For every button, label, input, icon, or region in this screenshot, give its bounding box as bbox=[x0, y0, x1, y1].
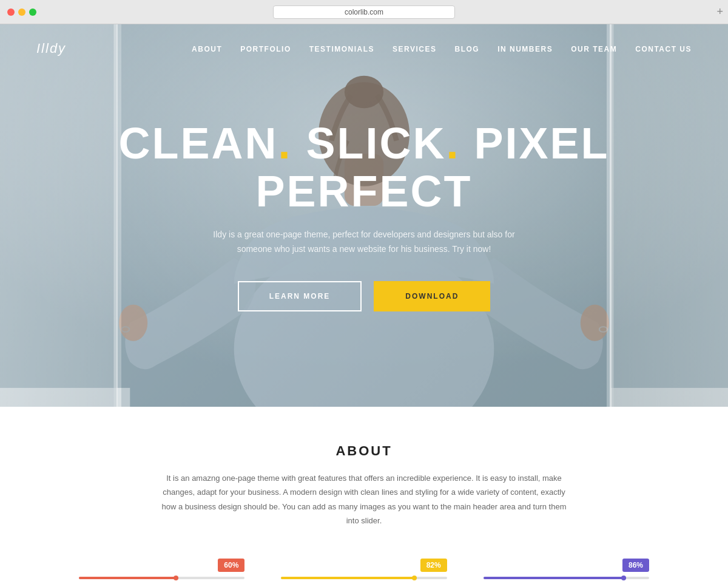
traffic-lights bbox=[7, 8, 36, 16]
skill-typography-header: 60% bbox=[79, 559, 244, 572]
skill-design-fill bbox=[281, 577, 417, 579]
nav-item-services[interactable]: SERVICES bbox=[393, 43, 436, 54]
skill-development-fill bbox=[484, 577, 626, 579]
new-tab-button[interactable]: + bbox=[716, 5, 723, 18]
nav-item-contact-us[interactable]: CONTACT US bbox=[635, 43, 692, 54]
nav-link-about[interactable]: ABOUT bbox=[192, 45, 222, 53]
skill-design-track bbox=[281, 577, 447, 579]
hero-title-part1: CLEAN bbox=[118, 119, 278, 168]
learn-more-button[interactable]: LEARN MORE bbox=[238, 281, 362, 311]
site-logo[interactable]: Illdy bbox=[36, 41, 66, 56]
nav-menu: ABOUT PORTFOLIO TESTIMONIALS SERVICES BL… bbox=[192, 43, 692, 54]
skill-design-header: 82% bbox=[281, 559, 447, 572]
nav-item-in-numbers[interactable]: IN NUMBERS bbox=[497, 43, 553, 54]
hero-subtitle: Ildy is a great one-page theme, perfect … bbox=[212, 228, 516, 257]
skill-typography-track bbox=[79, 577, 244, 579]
minimize-button[interactable] bbox=[18, 8, 25, 16]
hero-title-part2: SLICK bbox=[306, 119, 446, 168]
nav-item-blog[interactable]: BLOG bbox=[455, 43, 480, 54]
navigation: Illdy ABOUT PORTFOLIO TESTIMONIALS SERVI… bbox=[0, 24, 728, 73]
skill-development-header: 86% bbox=[484, 559, 649, 572]
download-button[interactable]: DOWNLOAD bbox=[374, 281, 490, 311]
nav-link-services[interactable]: SERVICES bbox=[393, 45, 436, 53]
skill-development-track bbox=[484, 577, 649, 579]
hero-title: CLEAN. SLICK. PIXEL PERFECT bbox=[91, 120, 637, 216]
nav-item-testimonials[interactable]: TESTIMONIALS bbox=[309, 43, 374, 54]
skill-typography-fill bbox=[79, 577, 178, 579]
nav-link-our-team[interactable]: OUR TEAM bbox=[571, 45, 617, 53]
nav-item-about[interactable]: ABOUT bbox=[192, 43, 222, 54]
skill-design-badge: 82% bbox=[420, 559, 447, 572]
url-text: colorlib.com bbox=[345, 8, 383, 16]
nav-link-blog[interactable]: BLOG bbox=[455, 45, 480, 53]
browser-chrome: colorlib.com + bbox=[0, 0, 728, 24]
nav-link-in-numbers[interactable]: IN NUMBERS bbox=[497, 45, 553, 53]
about-title: ABOUT bbox=[24, 443, 704, 459]
svg-rect-14 bbox=[611, 388, 728, 407]
hero-content: CLEAN. SLICK. PIXEL PERFECT Ildy is a gr… bbox=[91, 120, 637, 311]
hero-dot2: . bbox=[446, 119, 460, 168]
hero-dot1: . bbox=[278, 119, 292, 168]
skill-development-badge: 86% bbox=[622, 559, 649, 572]
hero-buttons: LEARN MORE DOWNLOAD bbox=[91, 281, 637, 311]
address-bar[interactable]: colorlib.com bbox=[273, 5, 455, 19]
skill-design: 82% 🔑 Design bbox=[263, 559, 465, 581]
skill-typography-badge: 60% bbox=[218, 559, 244, 572]
nav-link-testimonials[interactable]: TESTIMONIALS bbox=[309, 45, 374, 53]
nav-item-our-team[interactable]: OUR TEAM bbox=[571, 43, 617, 54]
skill-typography: 60% A Typography bbox=[61, 559, 263, 581]
nav-link-portfolio[interactable]: PORTFOLIO bbox=[240, 45, 291, 53]
about-text: It is an amazng one-page theme with grea… bbox=[158, 471, 570, 528]
nav-link-contact-us[interactable]: CONTACT US bbox=[635, 45, 692, 53]
svg-rect-13 bbox=[0, 388, 130, 407]
skill-development: 86% </> Development bbox=[465, 559, 667, 581]
hero-section: Illdy ABOUT PORTFOLIO TESTIMONIALS SERVI… bbox=[0, 24, 728, 407]
about-section: ABOUT It is an amazng one-page theme wit… bbox=[0, 407, 728, 581]
close-button[interactable] bbox=[7, 8, 15, 16]
website-content: Illdy ABOUT PORTFOLIO TESTIMONIALS SERVI… bbox=[0, 24, 728, 581]
skills-row: 60% A Typography 82% 🔑 bbox=[24, 559, 704, 581]
maximize-button[interactable] bbox=[29, 8, 36, 16]
svg-point-8 bbox=[345, 76, 383, 109]
nav-item-portfolio[interactable]: PORTFOLIO bbox=[240, 43, 291, 54]
